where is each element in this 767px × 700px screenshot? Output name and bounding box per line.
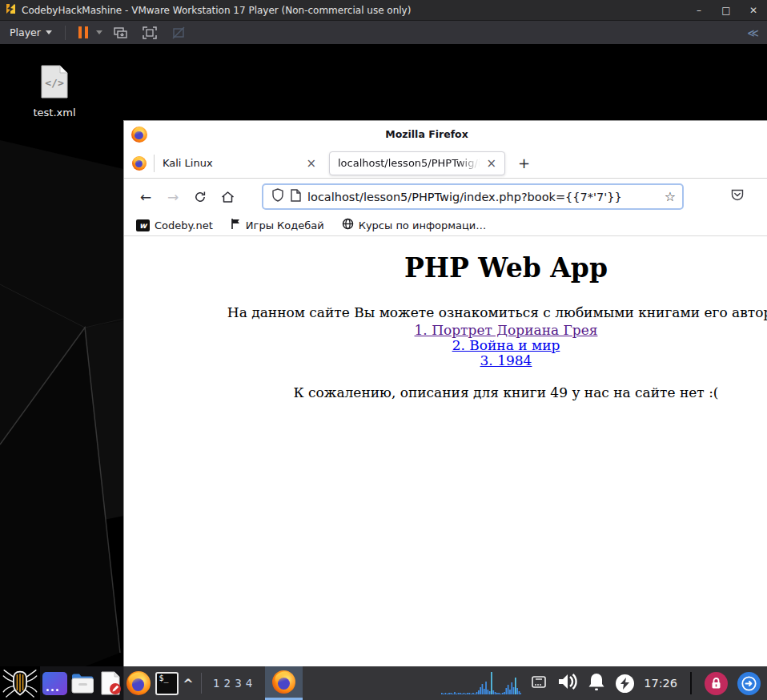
text-editor-button[interactable] <box>97 666 124 700</box>
chevron-down-icon <box>46 30 52 34</box>
close-tab-icon[interactable]: × <box>483 156 500 171</box>
globe-icon <box>342 218 354 232</box>
file-manager-button[interactable] <box>69 666 96 700</box>
codeby-icon: w <box>136 219 150 231</box>
vmware-toolbar: Player ≪ <box>0 21 767 44</box>
collapse-toolbar-button[interactable]: ≪ <box>747 26 759 39</box>
clock[interactable]: 17:26 <box>644 677 677 690</box>
svg-text:</>: </> <box>45 77 64 89</box>
taskbar: $_ ^ 1 2 3 4 <box>0 666 767 700</box>
network-graph <box>441 668 521 698</box>
bookmark-label: Курсы по информаци… <box>359 219 487 231</box>
kali-dragon-icon <box>2 669 38 698</box>
not-found-message: К сожалению, описания для книги 49 у нас… <box>124 384 767 400</box>
text-editor-icon <box>98 671 122 695</box>
tab-localhost-active[interactable]: localhost/lesson5/PHPTwig/i × <box>329 151 505 175</box>
volume-icon[interactable] <box>556 672 577 694</box>
vm-desktop: </> test.xml Mozilla Firefox Kali Linux … <box>0 44 767 700</box>
tab-bar: Kali Linux × localhost/lesson5/PHPTwig/i… <box>124 148 767 179</box>
vmware-logo-icon <box>4 2 17 18</box>
maximize-button[interactable]: □ <box>713 0 740 20</box>
firefox-window-title: Mozilla Firefox <box>385 128 468 140</box>
pause-vm-button[interactable] <box>75 26 91 38</box>
toolbar-divider <box>65 26 66 40</box>
shield-icon[interactable] <box>271 188 284 205</box>
bookmark-star-icon[interactable]: ☆ <box>665 189 676 204</box>
ethernet-icon[interactable] <box>531 675 547 692</box>
desktop-file-label: test.xml <box>22 107 86 119</box>
notifications-bell-icon[interactable] <box>587 672 606 695</box>
tab-kali-linux[interactable]: Kali Linux × <box>156 148 326 178</box>
firefox-titlebar[interactable]: Mozilla Firefox <box>124 121 767 148</box>
send-to-display-icon[interactable] <box>110 24 131 42</box>
pause-dropdown-icon[interactable] <box>96 30 102 34</box>
player-menu[interactable]: Player <box>6 25 55 40</box>
bookmark-label: Codeby.net <box>155 219 213 231</box>
kali-menu-button[interactable] <box>0 666 40 700</box>
bookmarks-toolbar: w Codeby.net Игры Кодебай <box>124 215 767 236</box>
tab-divider <box>154 155 155 172</box>
workspace-pager[interactable]: 1 2 3 4 <box>207 677 259 690</box>
tray-divider <box>690 672 692 694</box>
panel-expand-button[interactable]: ^ <box>180 666 196 700</box>
unity-mode-icon-disabled <box>168 24 189 42</box>
workspace-2[interactable]: 2 <box>224 677 231 690</box>
book-link-1[interactable]: 1. Портрет Дориана Грея <box>124 323 767 338</box>
intro-text: На данном сайте Вы можете ознакомиться с… <box>124 304 767 320</box>
app-finder-icon <box>42 672 67 695</box>
bookmark-courses[interactable]: Курсы по информаци… <box>342 218 487 232</box>
new-tab-button[interactable]: + <box>508 155 540 171</box>
home-icon[interactable] <box>214 184 241 210</box>
firefox-favicon <box>132 156 147 171</box>
bookmark-label: Игры Кодебай <box>246 219 324 231</box>
folder-icon <box>70 673 95 694</box>
page-title: PHP Web App <box>124 252 767 284</box>
workspace-4[interactable]: 4 <box>246 677 253 690</box>
url-bar[interactable]: localhost/lesson5/PHPTwig/index.php?book… <box>262 183 684 210</box>
tab-label: localhost/lesson5/PHPTwig/i <box>338 157 483 169</box>
back-button[interactable]: ← <box>132 184 159 210</box>
xml-file-icon: </> <box>38 65 70 99</box>
web-page-content: PHP Web App На данном сайте Вы можете оз… <box>124 252 767 400</box>
page-info-icon[interactable] <box>291 189 301 205</box>
terminal-icon: $_ <box>155 672 179 695</box>
firefox-launcher-button[interactable] <box>125 666 152 700</box>
pocket-icon[interactable] <box>730 188 745 205</box>
power-manager-icon[interactable] <box>616 674 634 693</box>
tab-label: Kali Linux <box>163 157 303 169</box>
book-link-2[interactable]: 2. Война и мир <box>124 338 767 353</box>
terminal-button[interactable]: $_ <box>153 666 180 700</box>
reload-icon[interactable] <box>187 184 214 210</box>
desktop-file-test-xml[interactable]: </> test.xml <box>22 65 86 119</box>
firefox-icon <box>272 670 295 694</box>
bookmark-codeby[interactable]: w Codeby.net <box>136 219 213 231</box>
workspace-1[interactable]: 1 <box>213 677 220 690</box>
logout-icon[interactable] <box>737 672 761 695</box>
firefox-logo-icon <box>131 127 147 143</box>
minimize-button[interactable]: – <box>685 0 713 20</box>
firefox-task-button-active[interactable] <box>265 666 303 700</box>
player-menu-label: Player <box>10 26 41 38</box>
close-tab-icon[interactable]: × <box>303 156 319 171</box>
forward-button: → <box>159 184 187 210</box>
fullscreen-icon[interactable] <box>139 24 160 42</box>
vmware-player-window: CodebyHackMashine - VMware Workstation 1… <box>0 0 767 700</box>
workspace-3[interactable]: 3 <box>235 677 242 690</box>
bookmark-games[interactable]: Игры Кодебай <box>231 218 324 232</box>
panel-divider <box>201 673 202 694</box>
app-finder-button[interactable] <box>41 666 68 700</box>
close-button[interactable]: ✕ <box>740 0 767 20</box>
screen-lock-icon[interactable] <box>705 672 728 695</box>
vmware-window-title: CodebyHackMashine - VMware Workstation 1… <box>22 5 411 16</box>
vmware-titlebar: CodebyHackMashine - VMware Workstation 1… <box>0 0 767 21</box>
firefox-window: Mozilla Firefox Kali Linux × localhost/l… <box>124 121 767 700</box>
url-input[interactable]: localhost/lesson5/PHPTwig/index.php?book… <box>307 191 658 203</box>
flag-icon <box>231 218 241 232</box>
firefox-icon <box>126 671 151 695</box>
book-link-3[interactable]: 3. 1984 <box>124 353 767 368</box>
navigation-toolbar: ← → <box>124 179 767 215</box>
